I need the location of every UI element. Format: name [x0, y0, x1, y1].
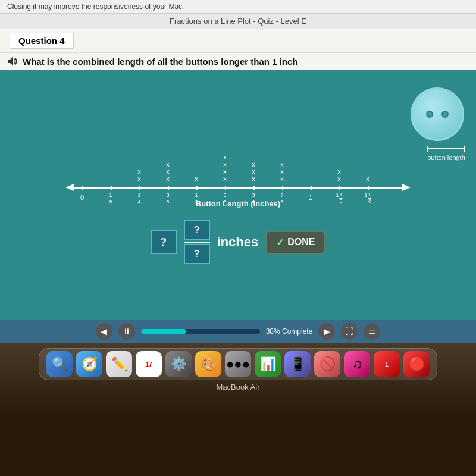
x-2-2: x — [137, 168, 141, 175]
axis-line — [71, 187, 405, 189]
right-arrow — [402, 184, 411, 191]
x-6-3: x — [252, 161, 255, 168]
tick-2 — [139, 186, 140, 190]
label-2: 14 — [137, 192, 140, 205]
left-arrow — [65, 184, 74, 191]
label-6: 34 — [252, 192, 255, 205]
button-length-label: button length — [427, 154, 465, 161]
bl-line — [427, 146, 465, 152]
button-holes — [426, 111, 449, 118]
dock-bar: 🔍 🧭 ✏️ 17 ⚙️ 🎨 ●●● 📊 📱 🚫 ♫ 1 🔴 — [39, 348, 437, 380]
number-line-wrapper: 0 18 14 x x 38 x x — [65, 137, 411, 208]
speaker-icon[interactable] — [6, 55, 18, 67]
x-3-1: x — [166, 175, 170, 182]
page-title: Fractions on a Line Plot - Quiz - Level … — [170, 17, 306, 26]
x-2-1: x — [137, 175, 141, 182]
question-label: Question 4 — [10, 33, 74, 49]
line-plot-container: 0 18 14 x x 38 x x — [65, 137, 411, 208]
tick-8 — [311, 186, 312, 190]
dock-app3[interactable]: ●●● — [225, 351, 251, 377]
progress-text: 38% Complete — [266, 327, 313, 336]
x-5-1: x — [223, 175, 227, 182]
x-7-3: x — [280, 161, 284, 168]
dock-app5[interactable]: 📱 — [284, 351, 311, 377]
label-9: 118 — [336, 192, 342, 205]
svg-marker-0 — [8, 57, 13, 65]
x-7-1: x — [280, 175, 284, 182]
dock-calendar[interactable]: 17 — [136, 351, 162, 377]
x-3-3: x — [166, 161, 170, 168]
dock-music[interactable]: ♫ — [344, 351, 370, 377]
fraction-answer: ? ? — [184, 220, 210, 264]
tick-5 — [225, 186, 226, 190]
inches-label: inches — [217, 234, 259, 250]
tick-6 — [253, 186, 255, 190]
x-4-1: x — [195, 175, 198, 182]
tick-10 — [368, 186, 369, 190]
denominator-input[interactable]: ? — [184, 244, 210, 264]
window-button[interactable]: ▭ — [364, 323, 380, 340]
label-8: 1 — [309, 194, 312, 201]
dock-app1[interactable]: ⚙️ — [165, 351, 192, 377]
question-text: What is the combined length of all the b… — [23, 57, 298, 67]
label-4: 12 — [195, 192, 198, 205]
label-0: 0 — [80, 194, 84, 201]
x-6-1: x — [252, 175, 255, 182]
tick-3 — [168, 186, 169, 190]
fraction-line — [184, 242, 210, 243]
fullscreen-button[interactable]: ⛶ — [341, 323, 358, 340]
dock-finder[interactable]: 🔍 — [46, 351, 73, 377]
x-10-1: x — [366, 175, 369, 182]
x-3-2: x — [166, 168, 170, 175]
x-5-4: x — [223, 154, 227, 161]
page-title-bar: Fractions on a Line Plot - Quiz - Level … — [0, 14, 476, 29]
label-1: 18 — [109, 192, 112, 205]
tick-7 — [282, 186, 283, 190]
dock-app4[interactable]: 📊 — [255, 351, 281, 377]
label-10: 114 — [364, 192, 371, 205]
label-5: 58 — [223, 192, 226, 205]
dock-app6[interactable]: 🚫 — [314, 351, 340, 377]
progress-track — [141, 329, 260, 334]
done-button[interactable]: ✓ DONE — [265, 231, 325, 254]
pause-button[interactable]: ⏸ — [118, 323, 135, 340]
dock-app2[interactable]: 🎨 — [195, 351, 221, 377]
dock-safari[interactable]: 🧭 — [76, 351, 102, 377]
button-hole-left — [426, 111, 433, 118]
progress-fill — [141, 329, 186, 334]
check-icon: ✓ — [276, 237, 284, 248]
label-7: 78 — [280, 192, 283, 205]
tick-1 — [111, 186, 112, 190]
axis-label: Button Length (inches) — [196, 199, 280, 208]
x-5-2: x — [223, 168, 227, 175]
macbook-label: MacBook Air — [217, 383, 260, 392]
dock-app7[interactable]: 🔴 — [403, 351, 430, 377]
progress-bar-container: ◀ ⏸ 38% Complete ▶ ⛶ ▭ — [0, 320, 476, 343]
button-hole-right — [441, 111, 449, 118]
dock-notification[interactable]: 1 — [374, 351, 400, 377]
x-9-1: x — [337, 175, 341, 182]
axis-area: 0 18 14 x x 38 x x — [65, 137, 411, 178]
notification-text: Closing it may improve the responsivenes… — [7, 2, 184, 11]
tick-0 — [82, 186, 83, 190]
question-header: Question 4 — [0, 29, 476, 53]
question-text-bar: What is the combined length of all the b… — [0, 53, 476, 70]
mac-dock-container: 🔍 🧭 ✏️ 17 ⚙️ 🎨 ●●● 📊 📱 🚫 ♫ 1 🔴 MacBook A… — [0, 343, 476, 415]
done-label: DONE — [287, 237, 315, 248]
label-3: 38 — [166, 192, 169, 205]
back-button[interactable]: ◀ — [96, 323, 112, 340]
dock-pencil[interactable]: ✏️ — [106, 351, 132, 377]
tick-9 — [339, 186, 340, 190]
x-5-3: x — [223, 161, 227, 168]
button-length-indicator: button length — [427, 146, 465, 161]
tick-4 — [196, 186, 198, 190]
numerator-input[interactable]: ? — [184, 220, 210, 240]
whole-number-input[interactable]: ? — [151, 230, 177, 254]
forward-button[interactable]: ▶ — [318, 323, 335, 340]
x-6-2: x — [252, 168, 255, 175]
x-7-2: x — [280, 168, 284, 175]
button-decoration — [411, 87, 464, 141]
x-9-2: x — [337, 168, 341, 175]
main-content: button length 0 18 — [0, 70, 476, 320]
answer-area: ? ? ? inches ✓ DONE — [151, 220, 326, 264]
